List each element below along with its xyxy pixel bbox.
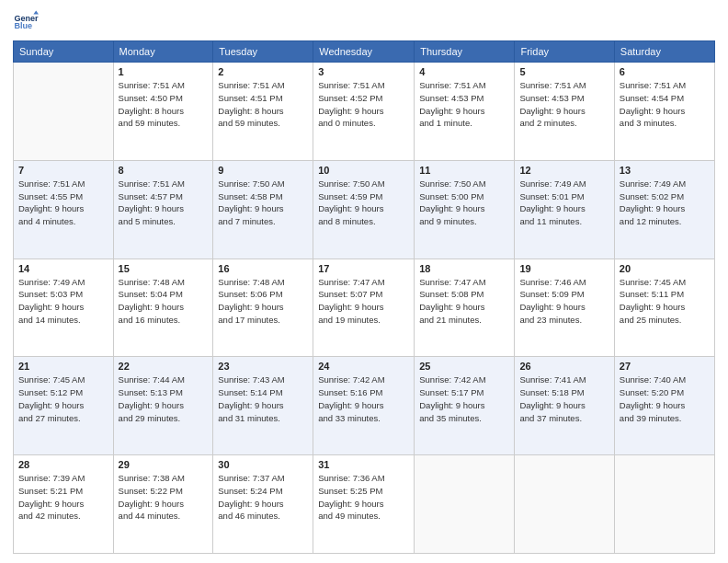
logo-icon: General Blue (13, 9, 39, 35)
calendar-cell: 3Sunrise: 7:51 AMSunset: 4:52 PMDaylight… (313, 63, 415, 161)
calendar-cell: 14Sunrise: 7:49 AMSunset: 5:03 PMDayligh… (14, 259, 114, 357)
calendar-day-header: Thursday (415, 41, 515, 63)
calendar-day-header: Saturday (614, 41, 714, 63)
day-number: 28 (18, 459, 108, 470)
calendar-cell: 6Sunrise: 7:51 AMSunset: 4:54 PMDaylight… (614, 63, 714, 161)
day-number: 24 (318, 361, 409, 372)
calendar-cell: 13Sunrise: 7:49 AMSunset: 5:02 PMDayligh… (614, 160, 714, 259)
calendar-day-header: Friday (515, 41, 614, 63)
logo: General Blue (13, 9, 39, 35)
day-info: Sunrise: 7:51 AMSunset: 4:51 PMDaylight:… (218, 79, 308, 130)
calendar-cell: 4Sunrise: 7:51 AMSunset: 4:53 PMDaylight… (415, 63, 515, 161)
calendar-week-row: 14Sunrise: 7:49 AMSunset: 5:03 PMDayligh… (14, 259, 715, 357)
day-number: 21 (18, 361, 108, 372)
calendar-cell: 22Sunrise: 7:44 AMSunset: 5:13 PMDayligh… (113, 357, 213, 455)
day-number: 13 (620, 165, 710, 176)
day-info: Sunrise: 7:48 AMSunset: 5:04 PMDaylight:… (119, 276, 209, 327)
day-number: 31 (318, 459, 409, 470)
day-info: Sunrise: 7:43 AMSunset: 5:14 PMDaylight:… (218, 373, 308, 424)
calendar-cell: 15Sunrise: 7:48 AMSunset: 5:04 PMDayligh… (113, 259, 213, 357)
day-info: Sunrise: 7:46 AMSunset: 5:09 PMDaylight:… (519, 276, 609, 327)
day-number: 30 (218, 459, 308, 470)
day-number: 14 (18, 263, 108, 274)
day-number: 27 (620, 361, 710, 372)
calendar-header-row: SundayMondayTuesdayWednesdayThursdayFrid… (14, 41, 715, 63)
calendar-day-header: Sunday (14, 41, 114, 63)
day-number: 18 (419, 263, 509, 274)
day-info: Sunrise: 7:51 AMSunset: 4:52 PMDaylight:… (318, 79, 409, 130)
day-number: 22 (119, 361, 209, 372)
day-number: 10 (318, 165, 409, 176)
day-info: Sunrise: 7:51 AMSunset: 4:53 PMDaylight:… (519, 79, 609, 130)
calendar-cell: 19Sunrise: 7:46 AMSunset: 5:09 PMDayligh… (515, 259, 614, 357)
calendar-cell: 5Sunrise: 7:51 AMSunset: 4:53 PMDaylight… (515, 63, 614, 161)
calendar-cell: 25Sunrise: 7:42 AMSunset: 5:17 PMDayligh… (415, 357, 515, 455)
day-info: Sunrise: 7:50 AMSunset: 5:00 PMDaylight:… (419, 178, 509, 228)
calendar-cell: 27Sunrise: 7:40 AMSunset: 5:20 PMDayligh… (614, 357, 714, 455)
day-info: Sunrise: 7:51 AMSunset: 4:50 PMDaylight:… (119, 79, 209, 130)
calendar-cell: 29Sunrise: 7:38 AMSunset: 5:22 PMDayligh… (113, 455, 213, 554)
day-info: Sunrise: 7:48 AMSunset: 5:06 PMDaylight:… (218, 276, 308, 327)
calendar-cell: 18Sunrise: 7:47 AMSunset: 5:08 PMDayligh… (415, 259, 515, 357)
day-info: Sunrise: 7:45 AMSunset: 5:11 PMDaylight:… (620, 276, 710, 327)
calendar-cell: 1Sunrise: 7:51 AMSunset: 4:50 PMDaylight… (113, 63, 213, 161)
calendar-cell: 20Sunrise: 7:45 AMSunset: 5:11 PMDayligh… (614, 259, 714, 357)
day-info: Sunrise: 7:50 AMSunset: 4:59 PMDaylight:… (318, 178, 409, 228)
calendar-cell: 2Sunrise: 7:51 AMSunset: 4:51 PMDaylight… (213, 63, 313, 161)
calendar-cell: 17Sunrise: 7:47 AMSunset: 5:07 PMDayligh… (313, 259, 415, 357)
day-info: Sunrise: 7:51 AMSunset: 4:57 PMDaylight:… (119, 178, 209, 228)
day-info: Sunrise: 7:37 AMSunset: 5:24 PMDaylight:… (218, 472, 308, 523)
page-header: General Blue (13, 9, 715, 35)
calendar-body: 1Sunrise: 7:51 AMSunset: 4:50 PMDaylight… (14, 63, 715, 554)
day-info: Sunrise: 7:40 AMSunset: 5:20 PMDaylight:… (620, 373, 710, 424)
calendar-cell (415, 455, 515, 554)
calendar-cell: 30Sunrise: 7:37 AMSunset: 5:24 PMDayligh… (213, 455, 313, 554)
day-info: Sunrise: 7:38 AMSunset: 5:22 PMDaylight:… (119, 472, 209, 523)
day-info: Sunrise: 7:51 AMSunset: 4:55 PMDaylight:… (18, 178, 108, 228)
day-number: 1 (119, 66, 209, 77)
calendar-cell: 24Sunrise: 7:42 AMSunset: 5:16 PMDayligh… (313, 357, 415, 455)
calendar-cell: 31Sunrise: 7:36 AMSunset: 5:25 PMDayligh… (313, 455, 415, 554)
day-info: Sunrise: 7:42 AMSunset: 5:16 PMDaylight:… (318, 373, 409, 424)
day-number: 23 (218, 361, 308, 372)
day-info: Sunrise: 7:50 AMSunset: 4:58 PMDaylight:… (218, 178, 308, 228)
calendar-cell: 26Sunrise: 7:41 AMSunset: 5:18 PMDayligh… (515, 357, 614, 455)
calendar-cell (14, 63, 114, 161)
day-number: 6 (620, 66, 710, 77)
calendar-cell (614, 455, 714, 554)
day-info: Sunrise: 7:51 AMSunset: 4:54 PMDaylight:… (620, 79, 710, 130)
day-number: 25 (419, 361, 509, 372)
day-number: 12 (519, 165, 609, 176)
day-info: Sunrise: 7:41 AMSunset: 5:18 PMDaylight:… (519, 373, 609, 424)
day-number: 17 (318, 263, 409, 274)
day-info: Sunrise: 7:47 AMSunset: 5:08 PMDaylight:… (419, 276, 509, 327)
day-info: Sunrise: 7:51 AMSunset: 4:53 PMDaylight:… (419, 79, 509, 130)
calendar-table: SundayMondayTuesdayWednesdayThursdayFrid… (13, 40, 715, 554)
day-info: Sunrise: 7:42 AMSunset: 5:17 PMDaylight:… (419, 373, 509, 424)
day-number: 11 (419, 165, 509, 176)
day-info: Sunrise: 7:39 AMSunset: 5:21 PMDaylight:… (18, 472, 108, 523)
calendar-cell: 7Sunrise: 7:51 AMSunset: 4:55 PMDaylight… (14, 160, 114, 259)
calendar-cell: 23Sunrise: 7:43 AMSunset: 5:14 PMDayligh… (213, 357, 313, 455)
calendar-day-header: Monday (113, 41, 213, 63)
day-number: 19 (519, 263, 609, 274)
day-info: Sunrise: 7:49 AMSunset: 5:03 PMDaylight:… (18, 276, 108, 327)
day-number: 5 (519, 66, 609, 77)
calendar-cell: 16Sunrise: 7:48 AMSunset: 5:06 PMDayligh… (213, 259, 313, 357)
day-info: Sunrise: 7:45 AMSunset: 5:12 PMDaylight:… (18, 373, 108, 424)
day-info: Sunrise: 7:44 AMSunset: 5:13 PMDaylight:… (119, 373, 209, 424)
calendar-day-header: Tuesday (213, 41, 313, 63)
day-number: 3 (318, 66, 409, 77)
day-info: Sunrise: 7:49 AMSunset: 5:02 PMDaylight:… (620, 178, 710, 228)
calendar-cell: 11Sunrise: 7:50 AMSunset: 5:00 PMDayligh… (415, 160, 515, 259)
day-number: 2 (218, 66, 308, 77)
calendar-week-row: 1Sunrise: 7:51 AMSunset: 4:50 PMDaylight… (14, 63, 715, 161)
calendar-cell: 10Sunrise: 7:50 AMSunset: 4:59 PMDayligh… (313, 160, 415, 259)
day-number: 16 (218, 263, 308, 274)
day-number: 29 (119, 459, 209, 470)
day-info: Sunrise: 7:47 AMSunset: 5:07 PMDaylight:… (318, 276, 409, 327)
svg-text:Blue: Blue (14, 21, 32, 30)
day-number: 4 (419, 66, 509, 77)
day-info: Sunrise: 7:36 AMSunset: 5:25 PMDaylight:… (318, 472, 409, 523)
svg-marker-2 (33, 10, 39, 14)
